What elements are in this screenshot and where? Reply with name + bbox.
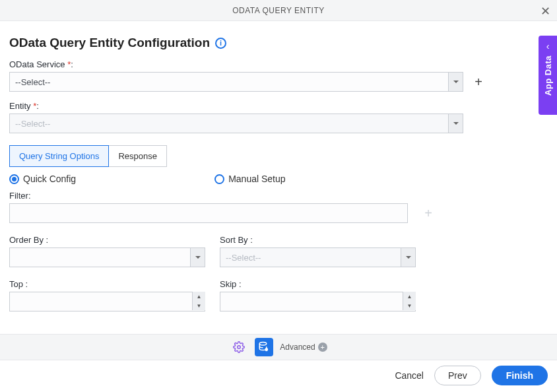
order-by-label: Order By :: [9, 235, 205, 245]
chevron-down-icon[interactable]: ▼: [403, 301, 416, 310]
finish-button[interactable]: Finish: [492, 366, 548, 385]
skip-input[interactable]: [220, 292, 416, 311]
chevron-down-icon: [190, 248, 205, 267]
tab-response[interactable]: Response: [109, 145, 167, 167]
radio-dot-icon: [9, 174, 19, 184]
svg-point-1: [260, 343, 267, 346]
gear-icon[interactable]: [230, 338, 248, 356]
order-by-select[interactable]: [9, 247, 205, 267]
odata-service-select[interactable]: --Select--: [9, 72, 463, 92]
chevron-down-icon[interactable]: ▼: [193, 301, 205, 310]
chevron-down-icon: [448, 114, 463, 133]
plus-circle-icon: +: [318, 343, 327, 352]
database-query-icon[interactable]: ?: [255, 338, 273, 356]
close-icon[interactable]: ✕: [541, 4, 551, 18]
advanced-toggle[interactable]: Advanced +: [280, 343, 327, 352]
content-area: OData Query Entity Configuration i OData…: [0, 21, 557, 311]
sort-by-select[interactable]: --Select--: [220, 247, 416, 267]
chevron-down-icon: [401, 248, 415, 267]
side-tab-label: App Data: [543, 55, 553, 96]
cancel-button[interactable]: Cancel: [395, 370, 424, 381]
tab-query-string-options[interactable]: Query String Options: [9, 145, 109, 167]
info-icon[interactable]: i: [215, 38, 226, 49]
top-label: Top :: [9, 279, 205, 289]
odata-service-label: OData Service *:: [9, 59, 548, 69]
add-filter-button[interactable]: +: [420, 205, 437, 222]
chevron-left-icon: ‹: [546, 41, 550, 51]
svg-point-0: [238, 346, 241, 349]
dialog-title: ODATA QUERY ENTITY: [232, 6, 324, 15]
skip-label: Skip :: [220, 279, 416, 289]
svg-text:?: ?: [266, 348, 267, 351]
radio-quick-config[interactable]: Quick Config: [9, 174, 76, 184]
add-odata-service-button[interactable]: +: [470, 73, 487, 90]
filter-input[interactable]: [9, 203, 408, 223]
skip-stepper[interactable]: ▲ ▼: [403, 292, 416, 310]
tabs: Query String Options Response: [9, 145, 548, 167]
top-input[interactable]: [9, 292, 205, 311]
prev-button[interactable]: Prev: [434, 366, 481, 385]
app-data-side-tab[interactable]: ‹ App Data: [539, 36, 557, 115]
radio-manual-setup[interactable]: Manual Setup: [214, 174, 285, 184]
chevron-up-icon[interactable]: ▲: [193, 292, 205, 301]
titlebar: ODATA QUERY ENTITY ✕: [0, 0, 557, 21]
entity-select[interactable]: --Select--: [9, 114, 463, 133]
entity-label: Entity *:: [9, 101, 548, 111]
top-stepper[interactable]: ▲ ▼: [192, 292, 205, 310]
bottom-toolbar: ? Advanced +: [0, 334, 557, 360]
page-title: OData Query Entity Configuration i: [9, 36, 548, 50]
sort-by-label: Sort By :: [220, 235, 416, 245]
page-heading-text: OData Query Entity Configuration: [9, 36, 210, 50]
radio-dot-icon: [214, 174, 224, 184]
chevron-up-icon[interactable]: ▲: [403, 292, 416, 301]
footer-buttons: Cancel Prev Finish: [395, 366, 548, 385]
chevron-down-icon: [448, 73, 463, 91]
filter-label: Filter:: [9, 191, 548, 201]
